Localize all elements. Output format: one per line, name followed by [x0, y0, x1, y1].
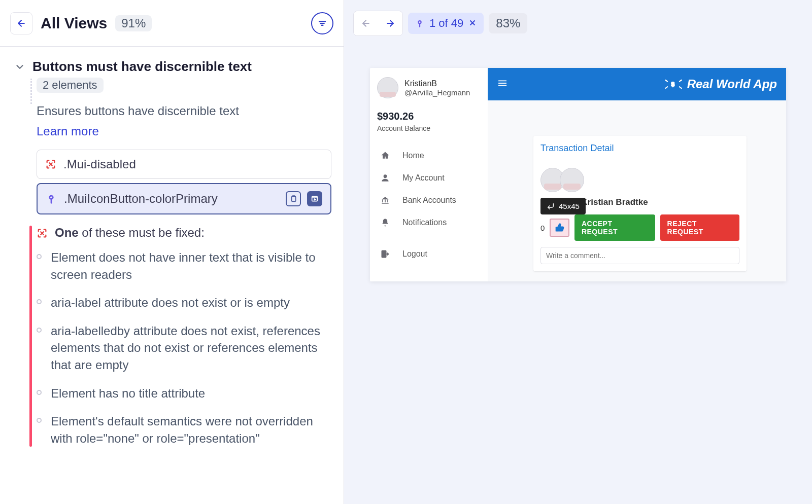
balance-label: Account Balance — [377, 124, 481, 132]
accept-button[interactable]: ACCEPT REQUEST — [574, 214, 655, 241]
reject-button[interactable]: REJECT REQUEST — [660, 214, 739, 241]
user-block: KristianB @Arvilla_Hegmann — [377, 77, 481, 98]
sidebar-item-logout[interactable]: Logout — [377, 243, 481, 265]
issues-panel: All Views 91% Buttons must have discerni… — [0, 0, 344, 504]
rule-title: Buttons must have discernible text — [32, 59, 252, 75]
back-button[interactable] — [10, 12, 32, 34]
issue-body: Buttons must have discernible text 2 ele… — [0, 47, 344, 504]
right-header: 1 of 49 83% — [344, 0, 812, 47]
pin-icon — [415, 19, 424, 28]
svg-rect-22 — [385, 199, 386, 202]
clipboard-icon — [289, 195, 297, 203]
highlight-button[interactable] — [307, 191, 322, 206]
prev-button[interactable] — [354, 11, 378, 35]
close-chip-button[interactable] — [468, 17, 477, 30]
close-icon — [468, 19, 477, 27]
dimension-tooltip: 45x45 — [540, 198, 586, 214]
bank-icon — [380, 195, 390, 205]
element-counter-chip: 1 of 49 — [408, 13, 484, 34]
sidebar-item-home[interactable]: Home — [377, 145, 481, 167]
balance-amount: $930.26 — [377, 111, 481, 122]
window-play-icon — [311, 195, 319, 203]
app-title: $ Real World App — [665, 77, 777, 91]
rule-header[interactable]: Buttons must have discernible text — [14, 59, 331, 75]
left-header: All Views 91% — [0, 0, 344, 47]
selector-item-iconbutton[interactable]: .MuiIconButton-colorPrimary — [37, 183, 331, 214]
content-area: Transaction Detail requested Kristian Br… — [488, 100, 786, 281]
sidebar-item-label: Notifications — [402, 218, 447, 227]
svg-text:$: $ — [671, 81, 674, 87]
bell-icon — [380, 218, 390, 228]
copy-button[interactable] — [286, 191, 301, 206]
fix-list: Element does not have inner text that is… — [37, 249, 331, 447]
target-broken-icon — [45, 159, 56, 170]
learn-more-link[interactable]: Learn more — [37, 124, 331, 138]
enter-icon — [547, 202, 555, 210]
sidebar-item-bank[interactable]: Bank Accounts — [377, 189, 481, 211]
next-button[interactable] — [378, 11, 402, 35]
preview-window: KristianB @Arvilla_Hegmann $930.26 Accou… — [370, 68, 786, 281]
counter-text: 1 of 49 — [429, 17, 463, 30]
app-main: $ Real World App Transaction Detail requ… — [488, 68, 786, 281]
user-name: KristianB — [404, 79, 470, 88]
like-count: 0 — [540, 224, 545, 232]
fix-item: Element has no title attribute — [37, 385, 331, 402]
sidebar-item-account[interactable]: My Account — [377, 167, 481, 189]
sidebar-item-label: Bank Accounts — [402, 196, 456, 205]
thumbs-up-icon — [555, 223, 565, 233]
action-row: 0 ACCEPT REQUEST REJECT REQUEST — [540, 214, 739, 241]
avatar — [377, 77, 398, 98]
tx-avatars — [540, 168, 739, 192]
home-icon — [380, 151, 390, 161]
card-header: Transaction Detail — [540, 143, 739, 154]
app-sidebar: KristianB @Arvilla_Hegmann $930.26 Accou… — [370, 68, 488, 281]
rule-description: Ensures buttons have discernible text — [37, 104, 331, 118]
svg-rect-21 — [382, 199, 383, 202]
svg-point-20 — [384, 174, 387, 178]
sidebar-item-label: Logout — [402, 249, 427, 259]
target-broken-icon — [37, 228, 48, 239]
sidebar-item-label: Home — [402, 151, 424, 160]
filter-icon — [318, 19, 327, 28]
fix-item: Element's default semantics were not ove… — [37, 413, 331, 447]
fix-heading: One of these must be fixed: — [55, 226, 205, 240]
element-count-badge: 2 elements — [37, 78, 104, 93]
svg-point-7 — [50, 196, 52, 198]
svg-rect-24 — [382, 203, 388, 204]
arrow-right-icon — [385, 18, 395, 28]
svg-marker-11 — [314, 199, 316, 200]
fix-block: One of these must be fixed: Element does… — [37, 226, 331, 447]
zoom-badge: 83% — [489, 13, 527, 33]
filter-button[interactable] — [311, 12, 333, 34]
user-handle: @Arvilla_Hegmann — [404, 88, 470, 97]
menu-button[interactable] — [497, 78, 507, 91]
pin-icon — [46, 193, 57, 204]
sidebar-item-notifications[interactable]: Notifications — [377, 211, 481, 234]
selector-label: .Mui-disabled — [63, 157, 136, 171]
side-nav: Home My Account Bank Accounts Notif — [377, 145, 481, 265]
chevron-down-icon — [14, 61, 25, 73]
comment-input[interactable] — [540, 247, 739, 264]
person-icon — [380, 173, 390, 183]
avatar — [560, 168, 584, 192]
arrow-left-icon — [16, 18, 26, 28]
selector-list: .Mui-disabled .MuiIconButton-colorPrimar… — [37, 150, 331, 214]
arrow-left-icon — [361, 18, 371, 28]
fix-item: aria-labelledby attribute does not exist… — [37, 322, 331, 374]
sidebar-item-label: My Account — [402, 173, 445, 183]
svg-rect-23 — [387, 199, 388, 202]
fix-item: aria-label attribute does not exist or i… — [37, 294, 331, 311]
svg-rect-8 — [292, 196, 296, 201]
logo-icon: $ — [665, 78, 682, 91]
nav-button-group — [353, 11, 403, 36]
selector-item-disabled[interactable]: .Mui-disabled — [37, 150, 331, 179]
selector-label: .MuiIconButton-colorPrimary — [64, 192, 218, 206]
logout-icon — [380, 249, 390, 259]
like-button[interactable] — [550, 219, 569, 237]
page-title: All Views — [41, 15, 107, 32]
svg-point-17 — [419, 21, 421, 23]
preview-panel: 1 of 49 83% KristianB @Arvilla_Hegmann — [344, 0, 812, 504]
app-bar: $ Real World App — [488, 68, 786, 100]
preview-stage: KristianB @Arvilla_Hegmann $930.26 Accou… — [344, 47, 812, 504]
fix-item: Element does not have inner text that is… — [37, 249, 331, 283]
